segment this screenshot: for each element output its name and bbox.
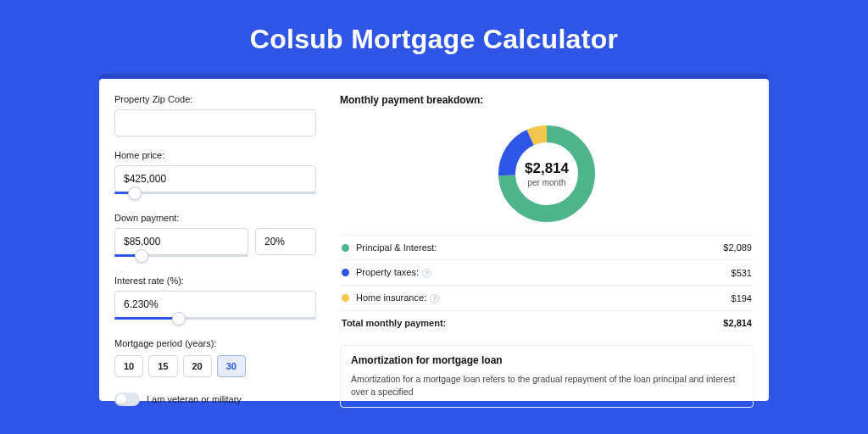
home-price-field: Home price: [114, 150, 316, 194]
breakdown-row: Home insurance:?$194 [340, 286, 754, 311]
interest-rate-label: Interest rate (%): [114, 275, 316, 286]
down-payment-amount-input[interactable] [114, 228, 248, 255]
veteran-row: I am veteran or military [114, 392, 316, 406]
toggle-knob [116, 394, 126, 404]
breakdown-row: Property taxes:?$531 [340, 260, 754, 286]
breakdown-total-row: Total monthly payment:$2,814 [340, 311, 754, 335]
form-column: Property Zip Code: Home price: Down paym… [114, 94, 316, 401]
legend-dot [342, 269, 349, 276]
breakdown-value: $531 [732, 268, 752, 278]
zip-input[interactable] [114, 109, 316, 136]
period-button-20[interactable]: 20 [183, 355, 212, 377]
donut-amount: $2,814 [525, 160, 569, 177]
info-icon[interactable]: ? [430, 294, 439, 303]
down-payment-slider-thumb[interactable] [135, 249, 148, 263]
down-payment-pct-input[interactable] [255, 228, 316, 255]
period-button-30[interactable]: 30 [217, 355, 246, 377]
amortization-title: Amortization for mortgage loan [351, 354, 743, 366]
donut-center: $2,814 per month [525, 160, 569, 187]
amortization-body: Amortization for a mortgage loan refers … [351, 373, 743, 398]
info-icon[interactable]: ? [422, 269, 431, 278]
home-price-slider-thumb[interactable] [128, 186, 142, 200]
donut-sub: per month [525, 178, 569, 187]
home-price-input[interactable] [114, 165, 316, 192]
breakdown-label: Principal & Interest: [356, 242, 723, 253]
zip-label: Property Zip Code: [114, 94, 316, 104]
total-value: $2,814 [723, 318, 752, 328]
interest-rate-slider[interactable] [114, 317, 316, 320]
breakdown-label: Property taxes:? [356, 267, 732, 278]
legend-dot [342, 244, 349, 252]
veteran-label: I am veteran or military [147, 394, 242, 404]
donut-chart: $2,814 per month [494, 121, 599, 226]
breakdown-title: Monthly payment breakdown: [340, 94, 754, 106]
breakdown-value: $2,089 [723, 242, 752, 253]
total-label: Total monthly payment: [342, 318, 723, 328]
down-payment-label: Down payment: [114, 213, 316, 223]
calculator-panel: Property Zip Code: Home price: Down paym… [99, 79, 769, 401]
breakdown-label: Home insurance:? [356, 292, 732, 303]
zip-field: Property Zip Code: [114, 94, 316, 136]
panel-shadow: Property Zip Code: Home price: Down paym… [99, 74, 769, 401]
home-price-label: Home price: [114, 150, 316, 160]
legend-dot [342, 294, 349, 302]
breakdown-row: Principal & Interest:$2,089 [340, 236, 754, 260]
donut-chart-wrap: $2,814 per month [340, 116, 754, 235]
period-button-10[interactable]: 10 [114, 355, 143, 377]
breakdown-column: Monthly payment breakdown: $2,814 per mo… [340, 94, 754, 401]
mortgage-period-options: 10152030 [114, 355, 316, 377]
breakdown-value: $194 [732, 293, 752, 303]
breakdown-list: Principal & Interest:$2,089Property taxe… [340, 235, 754, 335]
veteran-toggle[interactable] [114, 392, 140, 406]
period-button-15[interactable]: 15 [148, 355, 177, 377]
home-price-slider[interactable] [114, 192, 316, 194]
interest-rate-field: Interest rate (%): [114, 275, 316, 320]
page-title: Colsub Mortgage Calculator [0, 0, 868, 74]
down-payment-slider[interactable] [114, 254, 248, 257]
amortization-card: Amortization for mortgage loan Amortizat… [340, 345, 754, 408]
interest-rate-input[interactable] [114, 291, 316, 318]
mortgage-period-field: Mortgage period (years): 10152030 [114, 338, 316, 377]
interest-rate-slider-thumb[interactable] [172, 312, 186, 326]
down-payment-field: Down payment: [114, 213, 316, 257]
mortgage-period-label: Mortgage period (years): [114, 338, 316, 348]
interest-rate-slider-fill [114, 317, 179, 320]
